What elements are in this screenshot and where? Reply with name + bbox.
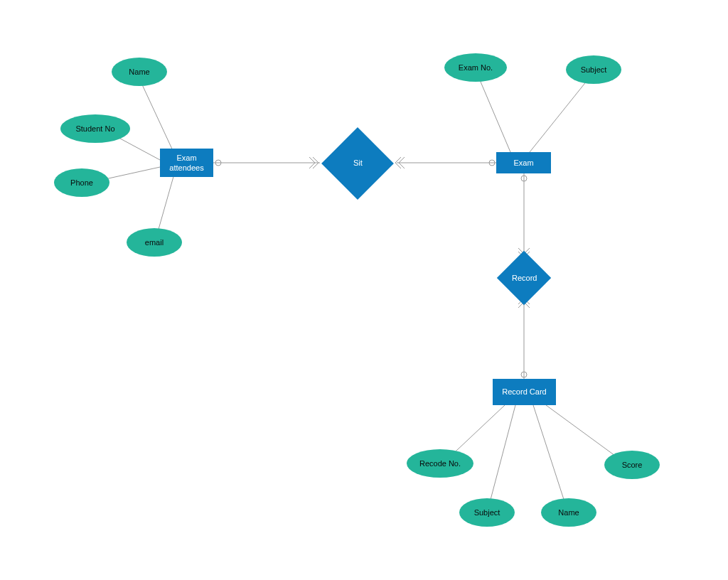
- svg-point-11: [521, 176, 527, 181]
- attribute-exam-no-label: Exam No.: [459, 63, 493, 72]
- attribute-name-label: Name: [129, 68, 149, 76]
- relationship-sit: [321, 127, 394, 200]
- attribute-recode-no-label: Recode No.: [419, 459, 461, 468]
- attribute-score-label: Score: [622, 461, 643, 469]
- attribute-phone-label: Phone: [70, 178, 93, 187]
- entity-exam-attendees-label: Exam attendees: [163, 153, 210, 173]
- svg-line-15: [488, 405, 515, 510]
- svg-point-5: [215, 160, 221, 166]
- attribute-score: Score: [604, 451, 660, 479]
- attribute-email: email: [127, 228, 182, 257]
- attribute-student-no: Student No: [60, 114, 130, 143]
- attribute-recode-no: Recode No.: [407, 449, 473, 478]
- attribute-subject-top: Subject: [566, 55, 621, 84]
- relationship-record: [497, 251, 551, 305]
- svg-point-13: [521, 372, 527, 377]
- attribute-subject-bottom: Subject: [459, 498, 515, 527]
- attribute-name: Name: [112, 58, 167, 86]
- attribute-name-bottom: Name: [541, 498, 596, 527]
- attribute-student-no-label: Student No: [75, 124, 114, 133]
- attribute-subject-bottom-label: Subject: [474, 508, 500, 517]
- attribute-phone: Phone: [54, 168, 109, 197]
- svg-line-8: [478, 77, 510, 152]
- attribute-name-bottom-label: Name: [558, 508, 579, 517]
- entity-exam-attendees: Exam attendees: [160, 149, 213, 177]
- entity-record-card: Record Card: [493, 379, 556, 405]
- attribute-email-label: email: [145, 238, 164, 247]
- attribute-exam-no: Exam No.: [444, 53, 507, 82]
- entity-record-card-label: Record Card: [502, 387, 546, 397]
- svg-line-16: [533, 405, 567, 510]
- svg-line-9: [530, 77, 590, 152]
- entity-exam-label: Exam: [513, 158, 533, 168]
- svg-point-7: [489, 160, 495, 166]
- attribute-subject-top-label: Subject: [581, 65, 607, 74]
- connector-lines: [0, 0, 728, 580]
- entity-exam: Exam: [496, 152, 551, 173]
